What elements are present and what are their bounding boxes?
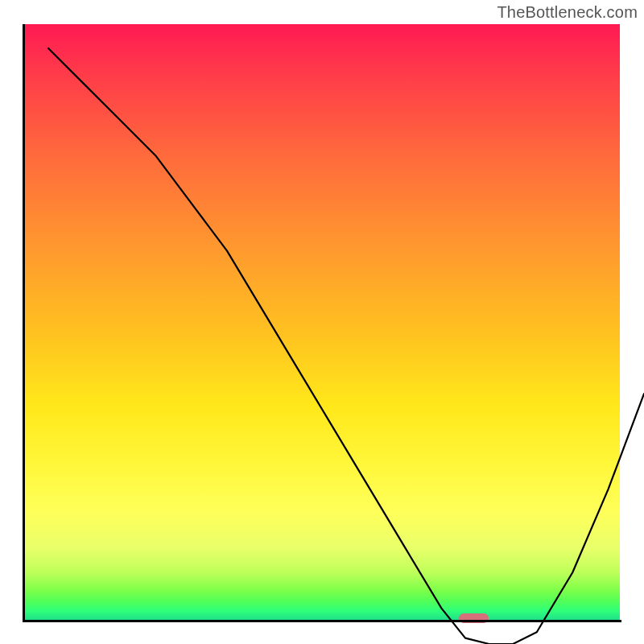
curve-layer <box>48 48 644 644</box>
bottleneck-curve <box>48 48 644 644</box>
watermark: TheBottleneck.com <box>497 3 638 22</box>
plot-area <box>24 24 620 620</box>
x-axis <box>23 620 621 622</box>
y-axis <box>23 24 25 621</box>
chart-container: TheBottleneck.com <box>0 0 644 644</box>
